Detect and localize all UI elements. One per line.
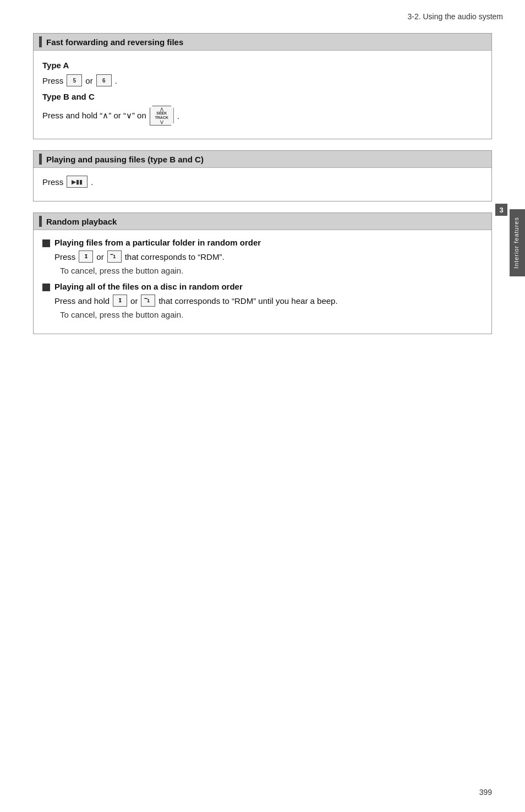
play-pause-button[interactable]: ▶▮▮ <box>67 176 88 188</box>
bullet-square-2 <box>42 284 50 291</box>
fast-forward-section: Fast forwarding and reversing files Type… <box>33 33 492 139</box>
bullet-2-press-text: Press and hold <box>54 296 110 306</box>
type-bc-heading: Type B and C <box>42 92 483 101</box>
chapter-number-tab: 3 <box>495 204 507 216</box>
type-bc-press-line: Press and hold “∧” or “∨” on ⋀SEEKTRACK⋁… <box>42 106 483 126</box>
random-playback-title: Random playback <box>46 217 117 226</box>
playing-pausing-content: Press ▶▮▮ . <box>34 168 491 201</box>
random-bullet-1: Playing files from a particular folder i… <box>42 238 483 275</box>
button-5[interactable]: 5 <box>67 74 82 86</box>
bullet-1-cancel-text: To cancel, press the button again. <box>60 266 483 275</box>
bullet-2-cancel-text: To cancel, press the button again. <box>60 310 483 319</box>
rdm-button-2b[interactable]: ̅1 <box>141 295 155 307</box>
rdm-button-2a[interactable]: 1̄ <box>113 295 127 307</box>
type-a-or-text: or <box>85 76 92 85</box>
header-accent-bar-3 <box>39 216 42 227</box>
bullet-1-rdm-text: that corresponds to “RDM”. <box>125 252 225 261</box>
rdm-button-1b[interactable]: ̅1 <box>107 250 122 263</box>
rdm-button-1a[interactable]: 1̄ <box>79 250 93 263</box>
playing-pausing-title: Playing and pausing files (type B and C) <box>46 155 204 164</box>
main-content: Fast forwarding and reversing files Type… <box>33 33 492 779</box>
type-bc-press-text: Press and hold “∧” or “∨” on <box>42 111 146 121</box>
seek-track-button[interactable]: ⋀SEEKTRACK⋁ <box>150 106 174 126</box>
button-6[interactable]: 6 <box>96 74 112 86</box>
header-title: 3-2. Using the audio system <box>407 12 503 21</box>
bullet-2-or: or <box>130 296 138 306</box>
playing-pausing-press-text: Press <box>42 177 63 187</box>
bullet-2-content: Playing all of the files on a disc in ra… <box>54 282 483 319</box>
type-a-press-text: Press <box>42 76 63 85</box>
bullet-2-rdm-line: Press and hold 1̄ or ̅1 that corresponds… <box>54 295 483 307</box>
page-header: 3-2. Using the audio system <box>407 12 503 21</box>
header-accent-bar <box>39 36 42 47</box>
playing-pausing-header: Playing and pausing files (type B and C) <box>34 151 491 168</box>
page-number: 399 <box>479 788 492 797</box>
bullet-2-rdm-text: that corresponds to “RDM” until you hear… <box>158 296 337 306</box>
bullet-square-1 <box>42 239 50 247</box>
type-a-period: . <box>115 76 117 85</box>
bullet-2-title: Playing all of the files on a disc in ra… <box>54 282 483 291</box>
fast-forward-title: Fast forwarding and reversing files <box>46 37 183 47</box>
random-playback-content: Playing files from a particular folder i… <box>34 230 491 334</box>
random-playback-section: Random playback Playing files from a par… <box>33 212 492 334</box>
bullet-1-or: or <box>96 252 103 261</box>
type-a-press-line: Press 5 or 6 . <box>42 74 483 86</box>
bullet-1-rdm-line: Press 1̄ or ̅1 that corresponds to “RDM”… <box>54 250 483 263</box>
bullet-1-title: Playing files from a particular folder i… <box>54 238 483 247</box>
bullet-1-content: Playing files from a particular folder i… <box>54 238 483 275</box>
playing-pausing-period: . <box>91 177 93 187</box>
header-accent-bar-2 <box>39 154 42 165</box>
playing-pausing-press-line: Press ▶▮▮ . <box>42 176 483 188</box>
random-bullet-2: Playing all of the files on a disc in ra… <box>42 282 483 319</box>
type-a-heading: Type A <box>42 61 483 70</box>
playing-pausing-section: Playing and pausing files (type B and C)… <box>33 150 492 201</box>
fast-forward-content: Type A Press 5 or 6 . Type B and C Press… <box>34 51 491 139</box>
side-tab-interior-features: Interior features <box>510 209 525 276</box>
fast-forward-header: Fast forwarding and reversing files <box>34 34 491 51</box>
random-playback-header: Random playback <box>34 213 491 230</box>
bullet-1-press-text: Press <box>54 252 75 261</box>
type-bc-period: . <box>177 111 179 121</box>
